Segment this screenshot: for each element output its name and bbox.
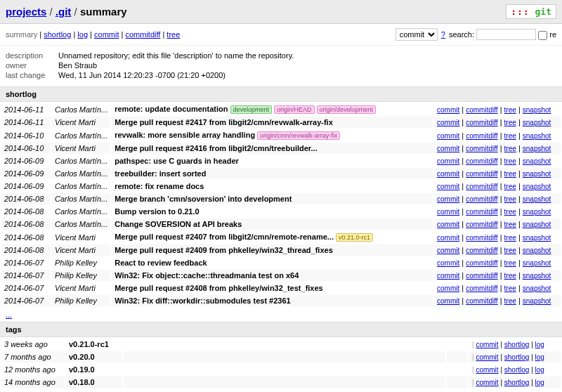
link-commit[interactable]: commit [437,157,459,165]
tag-name-link[interactable]: v0.18.0 [69,378,95,386]
ref-tag[interactable]: origin/development [317,105,376,114]
link-commitdiff[interactable]: commitdiff [466,170,497,178]
link-snapshot[interactable]: snapshot [523,170,551,178]
link-tree[interactable]: tree [504,234,516,242]
shortlog-more-link[interactable]: ... [6,311,12,319]
link-shortlog[interactable]: shortlog [504,353,530,361]
link-snapshot[interactable]: snapshot [523,157,551,165]
link-tree[interactable]: tree [504,157,516,165]
link-tree[interactable]: tree [504,285,516,292]
commit-msg-link[interactable]: Merge pull request #2417 from libgit2/cm… [115,118,333,126]
link-shortlog[interactable]: shortlog [504,341,530,348]
link-snapshot[interactable]: snapshot [523,183,551,190]
link-log[interactable]: log [535,353,544,361]
commit-msg-link[interactable]: remote: fix rename docs [115,182,204,190]
link-tree[interactable]: tree [504,145,516,152]
link-commitdiff[interactable]: commitdiff [466,247,497,254]
link-commit[interactable]: commit [437,285,459,292]
link-tree[interactable]: tree [504,106,516,114]
commit-msg-link[interactable]: Win32: Fix object::cache::threadmania te… [115,271,299,280]
link-commitdiff[interactable]: commitdiff [466,208,497,216]
link-commitdiff[interactable]: commitdiff [466,272,497,280]
link-snapshot[interactable]: snapshot [523,208,551,216]
tag-name-link[interactable]: v0.20.0 [69,353,95,361]
link-commitdiff[interactable]: commitdiff [466,234,497,242]
link-snapshot[interactable]: snapshot [523,272,551,280]
nav-shortlog[interactable]: shortlog [44,30,71,39]
link-commit[interactable]: commit [476,379,498,386]
search-input[interactable] [476,29,536,40]
nav-commit[interactable]: commit [94,30,119,39]
link-commit[interactable]: commit [437,272,459,280]
link-tree[interactable]: tree [504,221,516,228]
link-commit[interactable]: commit [437,297,459,305]
link-commitdiff[interactable]: commitdiff [466,106,497,114]
tag-name-link[interactable]: v0.21.0-rc1 [69,340,109,348]
link-log[interactable]: log [535,366,544,374]
link-log[interactable]: log [535,341,544,348]
nav-log[interactable]: log [77,30,88,39]
ref-tag[interactable]: origin/HEAD [274,105,315,114]
link-snapshot[interactable]: snapshot [523,119,551,126]
link-tree[interactable]: tree [504,247,516,254]
link-snapshot[interactable]: snapshot [523,221,551,228]
ref-tag[interactable]: v0.21.0-rc1 [336,233,373,242]
commit-msg-link[interactable]: revwalk: more sensible array handling [115,131,255,139]
commit-msg-link[interactable]: Merge pull request #2409 from phkelley/w… [115,246,333,254]
commit-msg-link[interactable]: Merge pull request #2416 from libgit2/cm… [115,144,318,152]
link-commit[interactable]: commit [437,132,459,140]
link-snapshot[interactable]: snapshot [523,285,551,292]
link-commitdiff[interactable]: commitdiff [466,195,497,203]
link-tree[interactable]: tree [504,183,516,190]
breadcrumb-projects[interactable]: projects [6,6,46,18]
link-commitdiff[interactable]: commitdiff [466,285,497,292]
commit-msg-link[interactable]: React to review feedback [115,259,207,267]
link-tree[interactable]: tree [504,297,516,305]
commit-msg-link[interactable]: Change SOVERSION at API breaks [115,220,242,228]
link-commitdiff[interactable]: commitdiff [466,259,497,267]
link-snapshot[interactable]: snapshot [523,247,551,254]
link-commitdiff[interactable]: commitdiff [466,221,497,228]
link-commit[interactable]: commit [437,145,459,152]
link-commitdiff[interactable]: commitdiff [466,297,497,305]
link-commit[interactable]: commit [437,234,459,242]
link-commit[interactable]: commit [437,119,459,126]
link-commitdiff[interactable]: commitdiff [466,183,497,190]
link-snapshot[interactable]: snapshot [523,132,551,140]
link-shortlog[interactable]: shortlog [504,379,530,386]
link-tree[interactable]: tree [504,195,516,203]
commit-msg-link[interactable]: treebuilder: insert sorted [115,169,206,178]
link-snapshot[interactable]: snapshot [523,145,551,152]
link-snapshot[interactable]: snapshot [523,297,551,305]
search-re-checkbox[interactable] [538,31,547,40]
nav-tree[interactable]: tree [166,30,180,39]
link-commit[interactable]: commit [476,341,498,348]
link-tree[interactable]: tree [504,208,516,216]
tag-name-link[interactable]: v0.19.0 [69,365,95,374]
link-tree[interactable]: tree [504,132,516,140]
ref-tag[interactable]: development [230,105,273,114]
link-commit[interactable]: commit [437,106,459,114]
search-help-link[interactable]: ? [441,30,445,39]
link-snapshot[interactable]: snapshot [523,234,551,242]
commit-msg-link[interactable]: Merge branch 'cmn/soversion' into develo… [115,195,292,203]
link-snapshot[interactable]: snapshot [523,106,551,114]
link-commit[interactable]: commit [437,183,459,190]
link-commit[interactable]: commit [437,195,459,203]
link-tree[interactable]: tree [504,259,516,267]
search-type-select[interactable]: commit [396,28,438,41]
link-commit[interactable]: commit [437,259,459,267]
commit-msg-link[interactable]: Win32: Fix diff::workdir::submodules tes… [115,296,291,305]
commit-msg-link[interactable]: Bump version to 0.21.0 [115,207,199,216]
link-commitdiff[interactable]: commitdiff [466,132,497,140]
link-tree[interactable]: tree [504,119,516,126]
link-snapshot[interactable]: snapshot [523,195,551,203]
ref-tag[interactable]: origin/cmn/revwalk-array-fix [257,131,340,140]
link-log[interactable]: log [535,379,544,386]
link-commit[interactable]: commit [476,353,498,361]
commit-msg-link[interactable]: remote: update documentation [115,105,228,113]
nav-commitdiff[interactable]: commitdiff [125,30,160,39]
breadcrumb-repo[interactable]: .git [55,6,72,18]
link-snapshot[interactable]: snapshot [523,259,551,267]
link-commitdiff[interactable]: commitdiff [466,119,497,126]
